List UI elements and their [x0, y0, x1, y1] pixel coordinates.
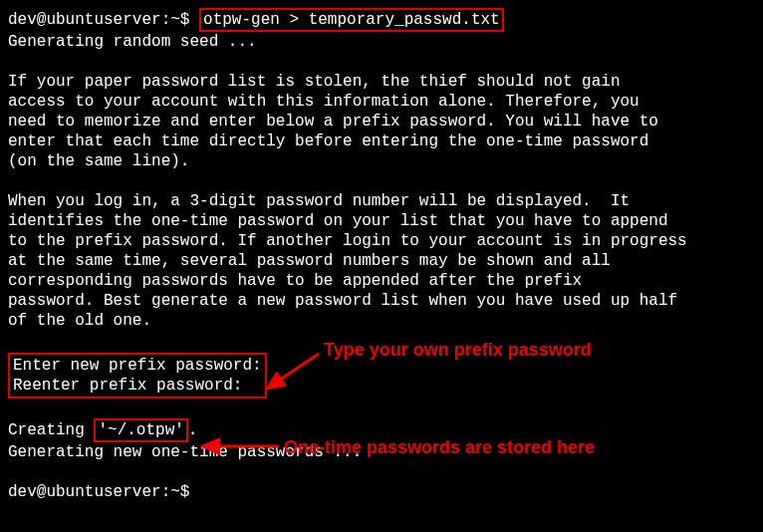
- svg-line-1: [267, 354, 319, 389]
- output-seed: Generating random seed ...: [8, 32, 755, 52]
- prompt-user: dev@ubuntuserver: [8, 11, 161, 29]
- arrow-icon: [259, 349, 329, 399]
- para1-line: access to your account with this informa…: [8, 92, 755, 112]
- para2-line: corresponding passwords have to be appen…: [8, 271, 755, 291]
- prompt-line-2[interactable]: dev@ubuntuserver:~$: [8, 482, 755, 502]
- command-highlighted: otpw-gen > temporary_passwd.txt: [199, 8, 504, 32]
- para2-line: to the prefix password. If another login…: [8, 231, 755, 251]
- para2-line: identifies the one-time password on your…: [8, 211, 755, 231]
- para1-line: If your paper password list is stolen, t…: [8, 72, 755, 92]
- prompt-path: :~$: [161, 11, 199, 29]
- para1-line: enter that each time directly before ent…: [8, 132, 755, 151]
- creating-prefix: Creating: [8, 421, 94, 439]
- annotation-storage: One-time passwords are stored here: [284, 436, 595, 459]
- para2-line: at the same time, several password numbe…: [8, 251, 755, 271]
- reenter-prefix-prompt[interactable]: Reenter prefix password:: [13, 376, 262, 396]
- para2-line: When you log in, a 3-digit password numb…: [8, 191, 755, 211]
- enter-prefix-prompt[interactable]: Enter new prefix password:: [13, 356, 262, 376]
- prompt-line-1: dev@ubuntuserver:~$ otpw-gen > temporary…: [8, 8, 755, 32]
- para1-line: (on the same line).: [8, 151, 755, 171]
- otpw-path-box: '~/.otpw': [94, 418, 187, 442]
- para1-line: need to memorize and enter below a prefi…: [8, 112, 755, 132]
- prompt-user: dev@ubuntuserver: [8, 483, 161, 501]
- para2-line: of the old one.: [8, 311, 755, 331]
- annotation-prefix: Type your own prefix password: [324, 339, 592, 362]
- prefix-password-box: Enter new prefix password: Reenter prefi…: [8, 353, 267, 399]
- creating-suffix: .: [188, 421, 198, 439]
- para2-line: password. Best generate a new password l…: [8, 291, 755, 311]
- prompt-path: :~$: [161, 483, 190, 501]
